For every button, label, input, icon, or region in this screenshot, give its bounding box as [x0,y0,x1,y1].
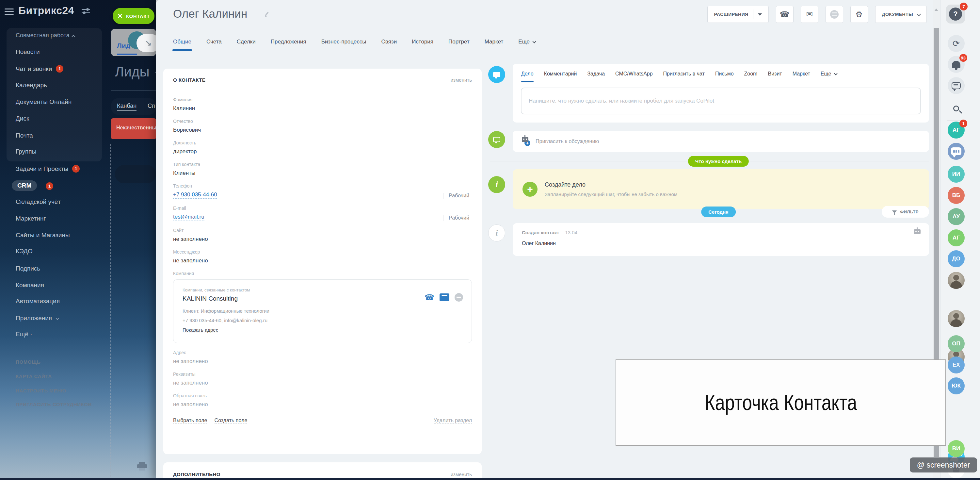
openline-button[interactable] [826,6,843,23]
tab-market[interactable]: Маркет [485,38,504,51]
activity-tab-comment[interactable]: Комментарий [544,71,577,82]
activity-tab-todo[interactable]: Дело [521,71,534,82]
activity-tab-sms[interactable]: СМС/WhatsApp [615,71,653,82]
sidebar-footer-help[interactable]: ПОМОЩЬ [16,359,40,365]
sidebar-footer-configure-menu[interactable]: НАСТРОИТЬ МЕНЮ [16,388,66,394]
company-messenger-icon[interactable] [455,293,463,301]
sidebar-item-sites[interactable]: Сайты и Магазины [16,232,70,239]
tab-history[interactable]: История [412,38,433,51]
call-button[interactable]: ☎ [776,6,794,23]
plus-icon[interactable]: + [522,182,538,197]
edit-name-icon[interactable] [264,12,270,18]
rail-avatar-photo-2[interactable] [948,310,965,327]
sidebar-footer-sitemap[interactable]: КАРТА САЙТА [16,373,52,379]
tab-invoices[interactable]: Счета [206,38,222,51]
sidebar-item-marketing[interactable]: Маркетинг [16,215,46,222]
sidebar-item-mail[interactable]: Почта [16,132,33,139]
tab-quotes[interactable]: Предложения [271,38,306,51]
sidebar-item-disk[interactable]: Диск [16,115,29,122]
email-link[interactable]: test@mail.ru [173,214,204,221]
right-rail: ? 7 ⟳ 93 АГ 1 ИИ ВБ АУ АГ ДО ОП ЕХ ЮК ВИ [940,0,980,480]
sidebar-item-sign[interactable]: Подпись [16,265,40,272]
tab-general[interactable]: Общие [173,38,191,51]
scroll-up-arrow[interactable] [934,8,938,11]
view-list[interactable]: Сп [148,103,155,110]
sidebar-item-docs-online[interactable]: Документы Онлайн [16,98,72,105]
group-chat-button[interactable] [948,143,965,160]
composer-input[interactable] [521,88,921,114]
rail-avatar-yuk[interactable]: ЮК [948,377,965,394]
rail-avatar-eh[interactable]: ЕХ [948,357,965,373]
sidebar-item-company[interactable]: Компания [16,282,44,289]
company-phone-icon[interactable]: ☎ [425,293,434,302]
sidebar-item-tasks[interactable]: Задачи и Проекты1 [16,165,80,172]
sidebar-item-news[interactable]: Новости [16,48,40,56]
activity-tab-market[interactable]: Маркет [792,71,810,82]
delete-section-link[interactable]: Удалить раздел [434,418,472,424]
search-button[interactable] [948,100,965,117]
rail-avatar-op[interactable]: ОП [948,335,965,352]
activity-tab-visit[interactable]: Визит [768,71,782,82]
printer-icon[interactable] [137,462,147,470]
company-info: Клиент, Информационные технологии [183,308,462,314]
tab-bizproc[interactable]: Бизнес-процессы [321,38,366,51]
sidebar-item-apps[interactable]: Приложения [16,315,58,322]
feed-comments-button[interactable] [948,77,965,94]
rail-avatar-photo-1[interactable] [948,272,965,289]
settings-button[interactable]: ⚙ [850,6,868,23]
tab-links[interactable]: Связи [382,38,397,51]
tab-deals[interactable]: Сделки [237,38,256,51]
create-activity-card[interactable]: + Создайте дело Запланируйте следующий ш… [513,169,929,209]
updates-button[interactable]: ⟳ [948,35,965,52]
app-logo[interactable]: Битрикс24 [18,5,74,17]
rail-avatar-vi[interactable]: ВИ [948,440,965,457]
sidebar-item-groups[interactable]: Группы [16,148,36,155]
view-kanban[interactable]: Канбан [117,103,137,111]
documents-button[interactable]: ДОКУМЕНТЫ [875,6,927,23]
sidebar-group-title[interactable]: Совместная работа [16,32,75,39]
invite-discussion-row[interactable]: + Пригласить к обсуждению [513,131,929,152]
edit-link[interactable]: изменить [451,77,472,83]
show-address-link[interactable]: Показать адрес [183,327,218,333]
filter-button[interactable]: ФИЛЬТР [882,206,929,218]
notifications-button[interactable]: 93 [948,56,965,73]
rail-avatar-au[interactable]: АУ [948,208,965,225]
tab-portrait[interactable]: Портрет [449,38,469,51]
timeline-entry-contact-created[interactable]: Создан контакт 13:04 Олег Калинин [513,223,929,256]
activity-tab-invite-chat[interactable]: Пригласить в чат [663,71,705,82]
create-field-link[interactable]: Создать поле [215,418,248,423]
sliders-icon[interactable] [82,9,90,14]
close-contact-button[interactable]: ✕ КОНТАКТ [113,8,154,24]
company-mail-icon[interactable] [439,293,449,301]
sidebar-item-calendar[interactable]: Календарь [16,82,47,89]
tab-more[interactable]: Еще [518,38,535,51]
company-name-link[interactable]: KALININ Consulting [183,295,462,302]
rail-avatar-ii[interactable]: ИИ [948,166,965,183]
activity-tab-zoom[interactable]: Zoom [744,71,757,82]
hamburger-menu-icon[interactable] [5,8,14,16]
sidebar-item-automation[interactable]: Автоматизация [16,298,60,305]
sidebar-item-crm[interactable]: CRM [12,180,37,191]
sidebar-item-inventory[interactable]: Складской учёт [16,198,61,206]
email-button[interactable]: ✉ [801,6,818,23]
todo-pill: Что нужно сделать [688,156,749,167]
activity-tab-more[interactable]: Еще [821,71,837,82]
extensions-button[interactable]: РАСШИРЕНИЯ [707,6,769,23]
edit-link[interactable]: изменить [451,472,472,477]
select-field-link[interactable]: Выбрать поле [173,418,207,423]
rail-avatar-ag2[interactable]: АГ [948,230,965,246]
field-contact-type: Тип контакта Клиенты [173,162,472,177]
rail-avatar-vb[interactable]: ВБ [948,187,965,204]
activity-tab-letter[interactable]: Письмо [715,71,734,82]
activity-tab-task[interactable]: Задача [587,71,605,82]
rail-avatar-ag[interactable]: АГ 1 [948,121,965,139]
leads-view-switcher[interactable]: Канбан Сп [111,98,156,115]
sidebar-item-chat[interactable]: Чат и звонки1 [16,65,64,73]
rail-avatar-do[interactable]: ДО [948,250,965,267]
sidebar-footer-invite[interactable]: ПРИГЛАСИТЬ СОТРУДНИКОВ [16,402,92,407]
sidebar-item-more[interactable]: Ещё · [16,331,32,338]
slider-stack-tab[interactable]: Лид ↘ [111,29,156,56]
help-button[interactable]: ? 7 [946,5,965,24]
phone-link[interactable]: +7 930 035-44-60 [173,191,217,199]
sidebar-item-kedo[interactable]: КЭДО [16,248,33,255]
